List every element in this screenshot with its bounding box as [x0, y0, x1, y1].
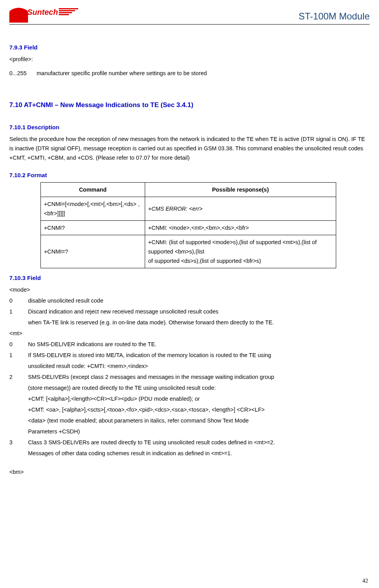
mode-1: 1 Discard indication and reject new rece… [9, 307, 370, 316]
header-title: ST-100M Module [298, 11, 370, 23]
cell-r3c2: +CNMI: (list of supported <mode>s),(list… [145, 235, 336, 268]
mt-2-c5: Parameters +CSDH) [28, 427, 370, 436]
page-number: 42 [362, 577, 368, 584]
command-table: Command Possible response(s) +CNMI=[<mod… [40, 182, 336, 268]
th-command: Command [41, 183, 145, 197]
mode-1-val: Discard indication and reject new receiv… [28, 307, 218, 316]
profile-val: manufacturer specific profile number whe… [37, 69, 207, 78]
logo: Suntech [9, 4, 78, 23]
mt-0-val: No SMS-DELIVER indications are routed to… [28, 340, 156, 349]
mt-2-key: 2 [9, 372, 28, 382]
heading-7-9-3: 7.9.3 Field [9, 44, 370, 51]
mt-1-cont: unsolicited result code: +CMTI: <mem>,<i… [28, 361, 370, 371]
bm-label: <bm> [9, 467, 370, 477]
mt-2-val: SMS-DELIVERs (except class 2 messages an… [28, 372, 274, 382]
mt-0-key: 0 [9, 340, 28, 349]
mt-0: 0 No SMS-DELIVER indications are routed … [9, 340, 370, 349]
profile-key: 0...255 [9, 69, 37, 78]
mt-3: 3 Class 3 SMS-DELIVERs are routed direct… [9, 438, 370, 447]
cell-r2c1: +CNMI? [41, 221, 145, 235]
cell-r1c2: +CMS ERROR: <err> [145, 197, 336, 221]
mt-1-key: 1 [9, 350, 28, 360]
mt-2: 2 SMS-DELIVERs (except class 2 messages … [9, 372, 370, 382]
mt-1: 1 If SMS-DELIVER is stored into ME/TA, i… [9, 350, 370, 360]
logo-text: Suntech [27, 8, 58, 19]
content: 7.9.3 Field <profile>: 0...255 manufactu… [9, 25, 370, 477]
mt-3-val: Class 3 SMS-DELIVERs are routed directly… [28, 438, 275, 447]
mode-label: <mode> [9, 285, 370, 294]
cell-r2c2: +CNMI: <mode>,<mt>,<bm>,<ds>,<bfr> [145, 221, 336, 235]
desc-7-10-1: Selects the procedure how the reception … [9, 134, 370, 162]
profile-label: <profile>: [9, 55, 370, 64]
page-header: Suntech ST-100M Module [9, 4, 370, 25]
mt-2-c1: (store message)) are routed directly to … [28, 383, 370, 393]
mt-2-c2: +CMT: [<alpha>],<length><CR><LF><pdu> (P… [28, 394, 370, 403]
mode-0: 0 disable unsolicited result code [9, 296, 370, 305]
mode-1-cont: when TA-TE link is reserved (e.g. in on-… [28, 318, 370, 327]
mt-3-key: 3 [9, 438, 28, 447]
mt-label: <mt> [9, 329, 370, 338]
mt-2-c4: <data> (text mode enabled; about paramet… [28, 416, 370, 425]
heading-7-10-3: 7.10.3 Field [9, 275, 370, 281]
th-response: Possible response(s) [145, 183, 336, 197]
heading-7-10-2: 7.10.2 Format [9, 172, 370, 178]
mt-3-cont: Messages of other data coding schemes re… [28, 449, 370, 458]
mode-1-key: 1 [9, 307, 28, 316]
mode-0-key: 0 [9, 296, 28, 305]
mt-2-c3: +CMT: <oa>, [<alpha>],<scts>[,<tooa>,<fo… [28, 405, 370, 414]
stripes-icon [59, 8, 78, 18]
sun-icon [9, 4, 28, 23]
cell-r3c1: +CNMI=? [41, 235, 145, 268]
mt-1-val: If SMS-DELIVER is stored into ME/TA, ind… [28, 350, 271, 360]
heading-7-10-1: 7.10.1 Description [9, 124, 370, 130]
cell-r1c1: +CNMI=[<mode>[,<mt>[,<bm>[,<ds> ,<bfr>]]… [41, 197, 145, 221]
heading-7-10: 7.10 AT+CNMI – New Message Indications t… [9, 101, 370, 109]
mode-0-val: disable unsolicited result code [28, 296, 103, 305]
profile-row: 0...255 manufacturer specific profile nu… [9, 69, 370, 78]
